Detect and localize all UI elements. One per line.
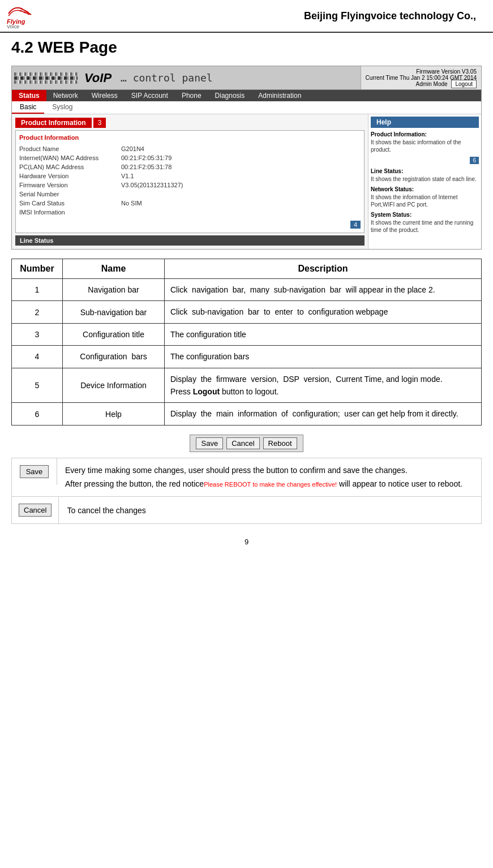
- screenshot-subnav: Basic Syslog: [12, 101, 481, 114]
- voip-branding: VoIP … control panel: [12, 66, 361, 89]
- page-title: 4.2 WEB Page: [0, 33, 493, 60]
- label-hw-version: Hardware Version: [19, 173, 121, 179]
- company-name: Beijing Flyingvoice technology Co.,: [42, 10, 487, 22]
- firmware-version-label: Firmware Version: [416, 68, 460, 75]
- description-table: Number Name Description 1 Navigation bar…: [11, 259, 482, 426]
- nav-administration[interactable]: Administration: [251, 90, 308, 101]
- cancel-info-content: Cancel To cancel the changes: [12, 497, 481, 523]
- nav-wireless[interactable]: Wireless: [85, 90, 125, 101]
- help-badge-6: 6: [470, 157, 479, 164]
- subnav-syslog[interactable]: Syslog: [44, 101, 80, 114]
- description-table-container: Number Name Description 1 Navigation bar…: [11, 259, 482, 426]
- help-product-text: It shows the basic information of the pr…: [371, 139, 479, 153]
- row-6-name: Help: [63, 403, 165, 425]
- save-button[interactable]: Save: [196, 437, 223, 449]
- cancel-icon-cell: Cancel: [12, 497, 59, 523]
- table-row: 2 Sub-navigation bar Click sub-navigatio…: [12, 301, 482, 323]
- table-row: 4 Configuration bars The configuration b…: [12, 346, 482, 368]
- line-status-bar: Line Status: [15, 235, 365, 246]
- row-6-num: 6: [12, 403, 63, 425]
- page-number: 9: [245, 538, 248, 546]
- info-row-serial: Serial Number: [19, 190, 361, 199]
- label-lan-mac: PC(LAN) MAC Address: [19, 164, 121, 170]
- label-fw-version: Firmware Version: [19, 182, 121, 188]
- flyingvoice-logo: Flying Voice: [6, 2, 37, 29]
- config-bars-badge: 4: [350, 221, 361, 229]
- row-4-name: Configuration bars: [63, 346, 165, 368]
- row-5-name: Device Information: [63, 368, 165, 403]
- value-fw-version: V3.05(201312311327): [121, 182, 183, 188]
- value-hw-version: V1.1: [121, 173, 134, 179]
- save-info-row: Save Every time making some changes, use…: [11, 458, 482, 497]
- firmware-version-value: V3.05: [462, 68, 477, 75]
- label-wan-mac: Internet(WAN) MAC Address: [19, 154, 121, 161]
- cancel-button[interactable]: Cancel: [226, 437, 259, 449]
- table-row: 1 Navigation bar Click navigation bar, m…: [12, 279, 482, 301]
- cancel-info-row: Cancel To cancel the changes: [11, 497, 482, 524]
- admin-row: Admin Mode Logout: [366, 81, 477, 87]
- nav-status[interactable]: Status: [12, 90, 46, 101]
- help-panel: Help Product Information: It shows the b…: [368, 114, 481, 249]
- stripe-line: [14, 80, 78, 84]
- reboot-button[interactable]: Reboot: [263, 437, 297, 449]
- row-1-num: 1: [12, 279, 63, 301]
- row-2-num: 2: [12, 301, 63, 323]
- info-row-wan-mac: Internet(WAN) MAC Address 00:21:F2:05:31…: [19, 153, 361, 162]
- save-info-content: Save Every time making some changes, use…: [12, 458, 481, 497]
- col-header-description: Description: [165, 259, 482, 279]
- current-time-label: Current Time: [366, 75, 398, 81]
- row-6-desc: Display the main information of configur…: [165, 403, 482, 425]
- row-3-name: Configuration title: [63, 323, 165, 345]
- info-row-lan-mac: PC(LAN) MAC Address 00:21:F2:05:31:78: [19, 162, 361, 171]
- save-info-text-3: will appear to notice user to reboot.: [339, 479, 462, 488]
- value-wan-mac: 00:21:F2:05:31:79: [121, 154, 172, 161]
- save-icon-button[interactable]: Save: [20, 465, 49, 478]
- firmware-version-row: Firmware Version V3.05: [366, 68, 477, 75]
- help-section-product: Product Information: It shows the basic …: [371, 131, 479, 165]
- screenshot-topbar: VoIP … control panel Firmware Version V3…: [12, 66, 481, 90]
- screenshot-navbar: Status Network Wireless SIP Account Phon…: [12, 90, 481, 101]
- product-info-subsection-title: Product Information: [19, 134, 361, 141]
- screenshot-content: Product Information 3 Product Informatio…: [12, 114, 481, 249]
- action-buttons-section: Save Cancel Reboot: [11, 435, 482, 452]
- info-row-imsi: IMSI Information: [19, 208, 361, 217]
- label-product-name: Product Name: [19, 145, 121, 152]
- nav-sip-account[interactable]: SIP Account: [125, 90, 175, 101]
- col-header-name: Name: [63, 259, 165, 279]
- subnav-basic[interactable]: Basic: [12, 101, 44, 114]
- table-row: 5 Device Information Display the firmwar…: [12, 368, 482, 403]
- screenshot-main-panel: Product Information 3 Product Informatio…: [12, 114, 368, 249]
- info-row-sim: Sim Card Status No SIM: [19, 199, 361, 208]
- nav-diagnosis[interactable]: Diagnosis: [208, 90, 252, 101]
- help-network-title: Network Status:: [371, 186, 479, 192]
- row-1-name: Navigation bar: [63, 279, 165, 301]
- row-5-desc: Display the firmware version, DSP versio…: [165, 368, 482, 403]
- row-3-desc: The configuration title: [165, 323, 482, 345]
- nav-phone[interactable]: Phone: [175, 90, 208, 101]
- cancel-icon-button[interactable]: Cancel: [19, 504, 52, 517]
- row-4-num: 4: [12, 346, 63, 368]
- save-info-text: Every time making some changes, user sho…: [57, 458, 470, 497]
- label-imsi: IMSI Information: [19, 209, 121, 216]
- footer: 9: [0, 532, 493, 552]
- row-3-num: 3: [12, 323, 63, 345]
- product-info-titlebar: Product Information 3: [15, 118, 365, 128]
- help-network-text: It shows the information of Internet Por…: [371, 194, 479, 208]
- stripe-line: [14, 76, 78, 80]
- label-serial: Serial Number: [19, 191, 121, 197]
- label-sim: Sim Card Status: [19, 200, 121, 207]
- info-row-fw-version: Firmware Version V3.05(201312311327): [19, 181, 361, 190]
- table-row: 6 Help Display the main information of c…: [12, 403, 482, 425]
- product-info-box: Product Information Product Name G201N4 …: [15, 130, 365, 233]
- help-section-system: System Status: It shows the current time…: [371, 212, 479, 234]
- cancel-text: To cancel the changes: [67, 506, 145, 515]
- help-title: Help: [371, 117, 479, 128]
- help-system-title: System Status:: [371, 212, 479, 218]
- info-row-product-name: Product Name G201N4: [19, 144, 361, 153]
- row-4-desc: The configuration bars: [165, 346, 482, 368]
- row-1-desc: Click navigation bar, many sub-navigatio…: [165, 279, 482, 301]
- product-info-title-label: Product Information: [15, 118, 92, 128]
- logout-button[interactable]: Logout: [451, 80, 477, 88]
- save-icon-cell: Save: [12, 458, 57, 485]
- nav-network[interactable]: Network: [46, 90, 85, 101]
